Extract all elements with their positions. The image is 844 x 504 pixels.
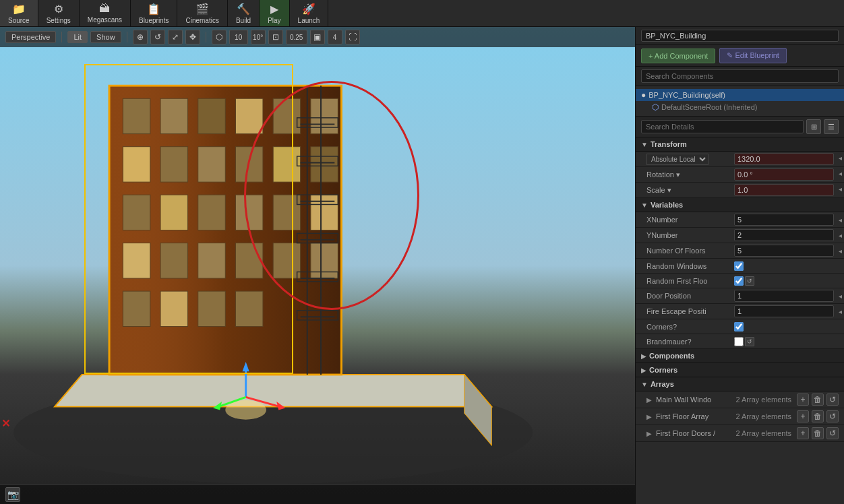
transform-section-header[interactable]: ▼ Transform xyxy=(636,137,844,152)
grid-size-icon[interactable]: 10 xyxy=(229,30,248,44)
top-toolbar: 📁 Source ⚙ Settings 🏔 Megascans 📋 Bluepr… xyxy=(0,0,844,27)
toolbar-settings[interactable]: ⚙ Settings xyxy=(38,0,80,26)
lit-button[interactable]: Lit xyxy=(67,31,88,43)
toolbar-build[interactable]: 🔨 Build xyxy=(228,0,260,26)
add-component-button[interactable]: + Add Component xyxy=(641,49,715,63)
svg-rect-18 xyxy=(160,195,188,230)
variables-section-header[interactable]: ▼ Variables xyxy=(636,198,844,212)
maximize-icon[interactable]: ⛶ xyxy=(345,30,360,44)
location-x-input[interactable] xyxy=(734,153,834,165)
main-wall-windows-expand[interactable]: ▶ xyxy=(646,396,652,404)
location-mode-select[interactable]: Absolute Local Relative xyxy=(646,154,709,165)
rotation-x-reset[interactable]: ◂ xyxy=(835,168,844,178)
brandmauer-checkbox[interactable] xyxy=(734,337,744,346)
main-wall-windows-reset-btn[interactable]: ↺ xyxy=(826,393,839,406)
door-position-value: ◂ ↺ xyxy=(734,290,844,302)
grid-icon[interactable]: ⬡ xyxy=(212,30,227,44)
first-floor-array-row: ▶ First Floor Array 2 Array elements + 🗑… xyxy=(636,408,844,425)
scale-x-input[interactable] xyxy=(734,184,834,196)
first-floor-doors-add-btn[interactable]: + xyxy=(797,427,809,439)
edit-blueprint-button[interactable]: ✎ Edit Blueprint xyxy=(719,48,786,63)
toolbar-launch[interactable]: 🚀 Launch xyxy=(290,0,329,26)
details-search-area: ⊞ ☰ xyxy=(636,117,844,137)
xnumber-value: ◂ ↺ xyxy=(734,214,844,226)
fire-escape-expand[interactable]: ◂ xyxy=(835,307,844,316)
door-position-label: Door Position xyxy=(646,292,734,300)
location-x-reset[interactable]: ◂ xyxy=(835,153,844,162)
megascans-icon: 🏔 xyxy=(99,3,110,15)
xnumber-input[interactable] xyxy=(734,214,834,226)
details-grid-btn[interactable]: ⊞ xyxy=(806,119,821,134)
variables-section-title: Variables xyxy=(651,201,683,209)
tree-item-bp-self[interactable]: ● BP_NYC_Building(self) xyxy=(636,89,844,101)
svg-rect-23 xyxy=(123,243,150,278)
svg-rect-26 xyxy=(235,243,263,278)
first-floor-doors-reset-btn[interactable]: ↺ xyxy=(826,427,839,439)
toolbar-play[interactable]: ▶ Play xyxy=(260,0,289,26)
angle-icon[interactable]: 10° xyxy=(251,30,266,44)
first-floor-doors-expand[interactable]: ▶ xyxy=(646,430,652,437)
fire-escape-input[interactable] xyxy=(734,305,834,317)
svg-rect-12 xyxy=(160,147,188,182)
first-floor-array-reset-btn[interactable]: ↺ xyxy=(826,410,839,422)
transform-section-title: Transform xyxy=(651,140,687,148)
search-components-input[interactable] xyxy=(641,69,839,83)
brandmauer-reset-btn[interactable]: ↺ xyxy=(745,337,754,346)
camera-bottom-btn[interactable]: 📷 xyxy=(5,487,20,502)
svg-rect-11 xyxy=(123,147,150,182)
transform-icon[interactable]: ✥ xyxy=(185,30,200,44)
random-windows-checkbox[interactable] xyxy=(734,261,744,271)
camera-icon[interactable]: ▣ xyxy=(310,30,325,44)
first-floor-array-expand[interactable]: ▶ xyxy=(646,413,652,420)
toolbar-blueprints[interactable]: 📋 Blueprints xyxy=(131,0,177,26)
rotate-icon[interactable]: ↺ xyxy=(150,30,165,44)
first-floor-array-add-btn[interactable]: + xyxy=(797,410,809,422)
num-icon[interactable]: 4 xyxy=(328,30,342,44)
arrays-section-header[interactable]: ▼ Arrays xyxy=(636,377,844,391)
num-floors-expand[interactable]: ◂ xyxy=(835,246,844,255)
toolbar-cinematics[interactable]: 🎬 Cinematics xyxy=(177,0,227,26)
x-marker: ✕ xyxy=(1,417,10,430)
scale-icon[interactable]: ⤢ xyxy=(168,30,183,44)
corners-section-header[interactable]: ▶ Corners xyxy=(636,363,844,377)
brandmauer-value: ↺ xyxy=(734,337,839,346)
snap-icon[interactable]: ⊡ xyxy=(268,30,283,44)
blueprints-label: Blueprints xyxy=(139,17,169,24)
random-windows-row: Random Windows xyxy=(636,259,844,274)
ynumber-expand[interactable]: ◂ xyxy=(835,230,844,240)
rotation-x-input[interactable] xyxy=(734,168,834,181)
settings-icon: ⚙ xyxy=(54,3,63,15)
first-floor-array-delete-btn[interactable]: 🗑 xyxy=(812,410,824,422)
door-position-input[interactable] xyxy=(734,290,834,302)
first-floor-array-label: First Floor Array xyxy=(656,412,733,420)
xnumber-expand[interactable]: ◂ xyxy=(835,215,844,224)
components-section-header[interactable]: ▶ Components xyxy=(636,349,844,363)
show-button[interactable]: Show xyxy=(90,31,121,43)
fire-escape-label: Fire Escape Positi xyxy=(646,307,734,315)
tree-item-scene-root[interactable]: ⬡ DefaultSceneRoot (Inherited) xyxy=(636,101,844,113)
translate-icon[interactable]: ⊕ xyxy=(133,30,148,44)
perspective-button[interactable]: Perspective xyxy=(5,31,56,43)
blueprint-name-field[interactable] xyxy=(641,30,839,42)
first-floor-doors-delete-btn[interactable]: 🗑 xyxy=(812,427,824,439)
scale-x-reset[interactable]: ◂ xyxy=(835,184,844,193)
play-icon: ▶ xyxy=(270,3,278,15)
main-wall-windows-delete-btn[interactable]: 🗑 xyxy=(812,393,824,406)
main-wall-windows-add-btn[interactable]: + xyxy=(797,393,809,406)
details-filter-btn[interactable]: ☰ xyxy=(824,119,839,134)
corners-checkbox[interactable] xyxy=(734,322,744,332)
ynumber-input[interactable] xyxy=(734,229,834,241)
svg-rect-30 xyxy=(160,291,188,326)
toolbar-source[interactable]: 📁 Source xyxy=(0,0,38,26)
random-first-floor-extra-btn[interactable]: ↺ xyxy=(745,276,754,286)
svg-rect-9 xyxy=(273,98,301,133)
random-first-floor-checkbox[interactable] xyxy=(734,276,744,286)
megascans-label: Megascans xyxy=(88,16,122,24)
details-search-input[interactable] xyxy=(641,120,804,133)
toolbar-megascans[interactable]: 🏔 Megascans xyxy=(80,0,131,26)
viewport: Perspective Lit Show ⊕ ↺ ⤢ ✥ ⬡ 10 10° ⊡ … xyxy=(0,27,635,504)
num-floors-input[interactable] xyxy=(734,245,834,257)
snap-val-icon[interactable]: 0.25 xyxy=(286,30,307,44)
components-expand-icon: ▶ xyxy=(641,352,646,360)
door-position-expand[interactable]: ◂ xyxy=(835,291,844,301)
